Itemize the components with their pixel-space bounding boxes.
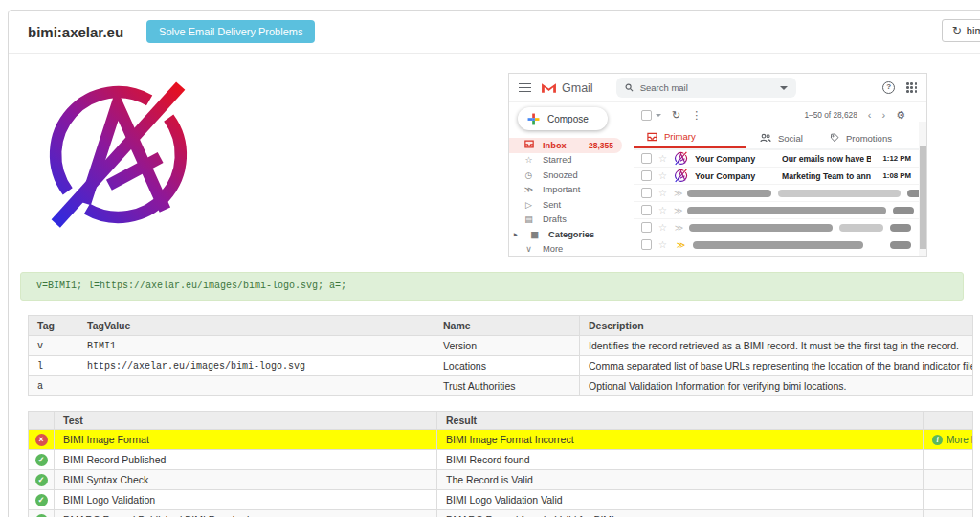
result-cell: BIMI Image Format Incorrect <box>437 430 924 450</box>
clock-icon: ◷ <box>523 170 534 180</box>
placeholder-time <box>890 224 911 232</box>
table-row: l https://axelar.eu/images/bimi-logo.svg… <box>29 356 973 376</box>
description-cell: Optional Validation Information for veri… <box>580 376 973 396</box>
sidebar-item-snoozed: ◷ Snoozed <box>509 168 634 183</box>
sidebar-item-starred: ☆ Starred <box>509 153 634 169</box>
placeholder-time <box>890 241 911 249</box>
tag-cell: l <box>29 356 78 376</box>
description-cell: Comma separated list of base URLs repres… <box>580 356 973 376</box>
gmail-search-bar: Search mail <box>616 78 796 98</box>
tab-promotions: Promotions <box>816 127 905 148</box>
email-sender: Your Company <box>695 154 775 164</box>
search-options-caret-icon <box>780 86 788 90</box>
sidebar-item-more: ∨ More <box>509 242 634 258</box>
row-checkbox <box>641 188 652 198</box>
email-row-placeholder: ☆ ≫ <box>634 236 926 253</box>
placeholder-bar <box>839 224 883 232</box>
more-vertical-icon: ⋮ <box>691 109 702 122</box>
categories-icon: ▦ <box>529 230 540 239</box>
star-icon: ☆ <box>658 154 667 164</box>
email-row: ☆ Your Company Our emails now have BIMI … <box>634 149 926 167</box>
placeholder-bar <box>778 190 901 197</box>
tag-icon <box>830 133 839 143</box>
gmail-main: ↻ ⋮ 1–50 of 28,628 ‹ › ⚙ Primary <box>634 102 926 256</box>
hero-section: Gmail Search mail ? <box>9 54 980 268</box>
email-row-placeholder: ☆ ≫ <box>634 201 926 218</box>
column-header-name: Name <box>434 316 580 336</box>
star-icon: ☆ <box>523 155 534 165</box>
column-header-status <box>29 412 55 430</box>
gmail-mockup-image: Gmail Search mail ? <box>508 73 927 257</box>
star-icon: ☆ <box>658 223 667 233</box>
table-row: v BIMI1 Version Identifies the record re… <box>29 336 973 356</box>
test-row-bimi-image-format: × BIMI Image Format BIMI Image Format In… <box>29 430 973 450</box>
email-row: ☆ Your Company Marketing Team to announc… <box>634 167 926 184</box>
settings-gear-icon: ⚙ <box>896 109 905 122</box>
fail-status-icon: × <box>35 434 48 446</box>
gmail-tabs: Primary Social <box>634 127 926 149</box>
sidebar-item-drafts: ▤ Drafts <box>509 213 634 228</box>
inbox-unread-count: 28,355 <box>589 141 613 150</box>
refresh-icon: ↻ <box>672 109 680 122</box>
search-icon <box>625 83 634 92</box>
sender-avatar-axelar-logo <box>674 169 688 183</box>
gmail-topbar: Gmail Search mail ? <box>509 74 926 102</box>
tab-label: Social <box>778 133 803 144</box>
sidebar-item-important: ≫ Important <box>509 183 634 198</box>
compose-plus-icon <box>527 113 540 125</box>
email-sender: Your Company <box>695 171 775 181</box>
name-cell: Version <box>434 336 580 356</box>
page-title: bimi:axelar.eu <box>28 24 123 40</box>
star-icon: ☆ <box>658 189 667 198</box>
sidebar-item-label: Snoozed <box>543 170 578 180</box>
email-time: 1:08 PM <box>883 171 911 180</box>
tag-table-header-row: Tag TagValue Name Description <box>29 316 973 336</box>
pass-status-icon: ✓ <box>35 454 48 466</box>
tag-cell: v <box>29 336 78 356</box>
row-checkbox <box>641 153 652 164</box>
placeholder-bar <box>693 241 863 249</box>
solve-email-delivery-problems-button[interactable]: Solve Email Delivery Problems <box>146 20 315 43</box>
column-header-tagvalue: TagValue <box>78 316 434 336</box>
gmail-compose-button: Compose <box>518 107 608 130</box>
hamburger-menu-icon <box>519 83 531 93</box>
table-row: a Trust Authorities Optional Validation … <box>29 376 973 396</box>
sidebar-item-sent: ▷ Sent <box>509 197 634 213</box>
important-marker-icon: ≫ <box>674 206 680 215</box>
more-info-label: More Info <box>947 435 973 445</box>
sidebar-item-label: Drafts <box>543 214 567 224</box>
test-cell: BIMI Image Format <box>55 430 437 450</box>
column-header-test: Test <box>55 412 437 430</box>
chevron-down-icon: ∨ <box>523 244 534 254</box>
column-header-info <box>924 412 973 430</box>
rerun-lookup-button[interactable]: ↻ bimi <box>942 19 980 42</box>
email-subject: Marketing Team to announce BIMI ... <box>782 171 871 181</box>
help-icon: ? <box>882 81 895 94</box>
label-marker-icon: ≫ <box>674 240 686 250</box>
primary-inbox-icon <box>647 132 657 142</box>
test-row-bimi-syntax-check: ✓ BIMI Syntax Check The Record is Valid <box>29 470 973 490</box>
column-header-result: Result <box>437 412 924 430</box>
select-all-checkbox <box>641 110 652 121</box>
star-icon: ☆ <box>658 171 667 181</box>
results-header-row: Test Result <box>29 412 973 430</box>
email-time: 1:12 PM <box>883 154 911 163</box>
bimi-record-raw: v=BIMI1; l=https://axelar.eu/images/bimi… <box>20 272 964 301</box>
tagvalue-cell: BIMI1 <box>78 336 434 356</box>
more-info-link[interactable]: i More Info <box>932 435 964 445</box>
row-checkbox <box>641 205 652 215</box>
placeholder-bar <box>689 224 833 232</box>
info-icon: i <box>932 435 943 445</box>
star-icon: ☆ <box>658 206 667 215</box>
gmail-body: Compose Inbox 28,355 ☆ Starred <box>509 102 926 256</box>
test-row-bimi-record-published: ✓ BIMI Record Published BIMI Record foun… <box>29 450 973 470</box>
pass-status-icon: ✓ <box>35 474 48 486</box>
scrollbar-thumb <box>920 146 926 249</box>
name-cell: Trust Authorities <box>434 376 580 396</box>
gmail-search-placeholder: Search mail <box>640 82 688 93</box>
result-cell: The Record is Valid <box>437 470 924 490</box>
send-icon: ▷ <box>523 200 534 210</box>
important-marker-icon: ≫ <box>523 185 534 194</box>
gmail-sidebar: Compose Inbox 28,355 ☆ Starred <box>509 102 634 256</box>
apps-grid-icon <box>906 82 917 93</box>
